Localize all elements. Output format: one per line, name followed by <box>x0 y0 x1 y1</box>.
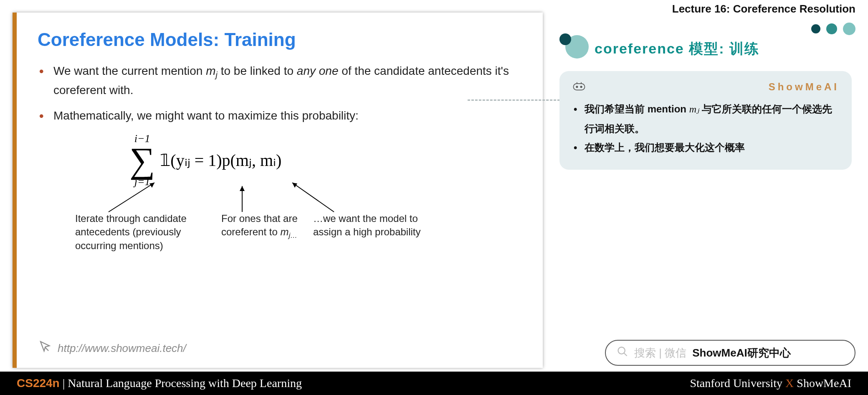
annotation: Iterate through candidate antecedents (p… <box>75 212 209 252</box>
bullet-item: We want the current mention mj to be lin… <box>38 62 526 99</box>
annotation: For ones that are coreferent to mj… <box>221 212 305 241</box>
var-mj: mⱼ <box>689 104 699 115</box>
cn-bullet-item: 在数学上，我们想要最大化这个概率 <box>572 138 839 157</box>
arrow-icon <box>225 183 259 216</box>
bubbles-icon <box>559 33 589 59</box>
svg-point-11 <box>618 347 625 354</box>
formula-body: 𝟙(yᵢⱼ = 1)p(mⱼ, mᵢ) <box>160 150 281 170</box>
svg-marker-3 <box>240 186 245 191</box>
bullet-text: to be linked to <box>218 64 297 77</box>
search-hint: 搜索 | 微信 <box>634 346 686 360</box>
svg-line-12 <box>624 353 627 356</box>
brand-label: ShowMeAI <box>769 81 839 93</box>
right-title: coreference 模型: 训练 <box>595 39 759 59</box>
bullet-item: Mathematically, we might want to maximiz… <box>38 107 526 125</box>
dot-icon <box>811 24 820 33</box>
robot-icon <box>572 80 586 94</box>
footer-url: http://www.showmeai.tech/ <box>58 342 186 355</box>
slide-title: Coreference Models: Training <box>38 29 526 50</box>
arrow-icon <box>104 178 163 216</box>
translation-box: ShowMeAI 我们希望当前 mention mⱼ 与它所关联的任何一个候选先… <box>559 71 852 170</box>
search-pill[interactable]: 搜索 | 微信 ShowMeAI研究中心 <box>605 340 855 366</box>
emphasis: any one <box>297 64 339 77</box>
lecture-header: Lecture 16: Coreference Resolution <box>672 3 855 15</box>
svg-line-0 <box>109 183 154 212</box>
right-title-row: coreference 模型: 训练 <box>559 33 759 59</box>
svg-rect-6 <box>573 84 585 90</box>
svg-point-8 <box>580 86 582 87</box>
search-strong: ShowMeAI研究中心 <box>692 346 790 360</box>
affiliation: Stanford University X ShowMeAI <box>690 377 851 390</box>
dot-icon <box>843 23 855 35</box>
slide-footer: http://www.showmeai.tech/ <box>38 340 186 357</box>
bullet-text: We want the current mention <box>53 64 206 77</box>
course-code: CS224n <box>17 377 60 390</box>
arrow-icon <box>288 178 347 216</box>
decoration-dots <box>811 23 855 35</box>
bullet-list: We want the current mention mj to be lin… <box>38 62 526 125</box>
svg-point-7 <box>576 86 577 87</box>
connector-line <box>468 99 564 101</box>
slide-frame: Coreference Models: Training We want the… <box>13 13 543 368</box>
bullet-text: Mathematically, we might want to maximiz… <box>53 109 359 122</box>
sigma-icon: ∑ <box>129 145 155 176</box>
var-mj: mj <box>206 64 218 77</box>
bottom-bar: CS224n | Natural Language Processing wit… <box>0 372 868 395</box>
svg-line-4 <box>292 183 334 212</box>
search-icon <box>617 346 628 360</box>
cn-bullet-list: 我们希望当前 mention mⱼ 与它所关联的任何一个候选先行词相关联。 在数… <box>572 99 839 157</box>
cursor-icon <box>38 340 52 357</box>
formula-area: i−1 ∑ j=1 𝟙(yᵢⱼ = 1)p(mⱼ, mᵢ) Iterate th… <box>129 133 526 275</box>
cn-bullet-item: 我们希望当前 mention mⱼ 与它所关联的任何一个候选先行词相关联。 <box>572 99 839 138</box>
dot-icon <box>826 23 837 34</box>
annotation: …we want the model to assign a high prob… <box>313 212 438 239</box>
course-label: CS224n | Natural Language Processing wit… <box>17 377 302 390</box>
